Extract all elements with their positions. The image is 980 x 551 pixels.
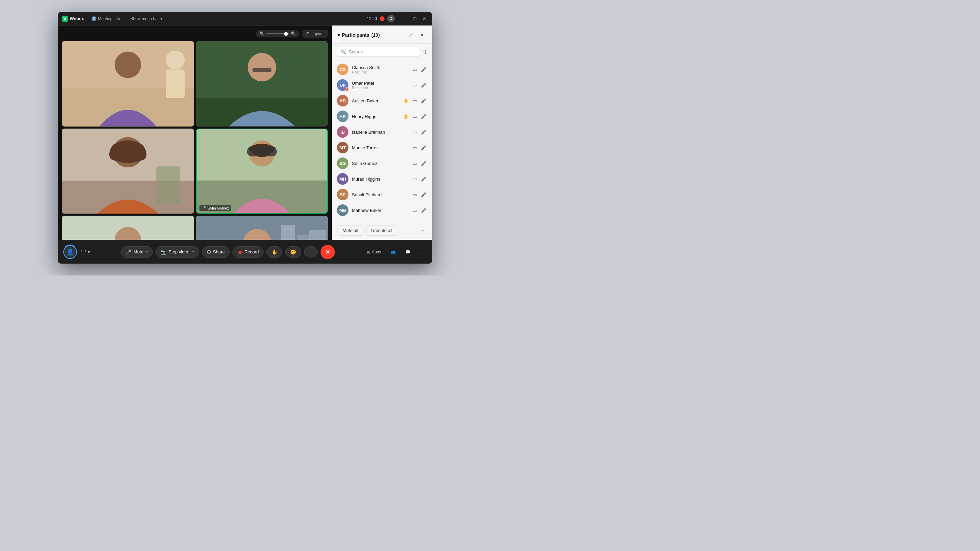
stop-video-button[interactable]: 📷 Stop video ▾ — [156, 246, 199, 258]
share-button[interactable]: ⬡ Share — [202, 246, 230, 258]
mic-muted-icon[interactable]: 🎤 — [420, 207, 427, 214]
video-icon[interactable]: ▭ — [412, 66, 418, 73]
video-icon[interactable]: ▭ — [412, 160, 418, 167]
close-panel-button[interactable]: ✕ — [417, 30, 427, 40]
reactions-button[interactable]: ✋ — [266, 246, 282, 258]
participant-name: Clarissa Smith — [352, 65, 408, 70]
participants-button[interactable]: 👥 — [387, 248, 399, 256]
control-bar: 👤 ⬚ ▾ 🎤 Mute ▾ 📷 Stop video ▾ ⬡ Share — [58, 240, 432, 264]
mute-icon: 🎤 — [126, 249, 131, 255]
participant-name: Austen Baker — [352, 98, 399, 103]
video-cell-4: 🎤 Sofia Gomez — [196, 129, 328, 214]
record-label: Record — [244, 249, 259, 254]
chat-icon: 💬 — [405, 250, 410, 254]
svg-rect-3 — [166, 70, 185, 98]
minimize-button[interactable]: ─ — [401, 15, 409, 22]
more-right-icon: ... — [420, 250, 423, 254]
mic-muted-icon[interactable]: 🎤 — [420, 97, 427, 105]
sort-button[interactable]: ⇅ — [420, 47, 430, 57]
video-icon[interactable]: ▭ — [412, 191, 418, 198]
mic-muted-icon[interactable]: 🎤 — [420, 129, 427, 136]
zoom-control[interactable]: 🔍 🔍 — [256, 30, 299, 37]
search-box[interactable]: 🔍 — [337, 47, 420, 57]
layout-label: Layout — [311, 31, 324, 36]
participant-name: Marise Torres — [352, 145, 408, 150]
video-toolbar: 🔍 🔍 ⊞ Layout — [62, 30, 328, 38]
mic-icon[interactable]: 🎤 — [420, 160, 427, 167]
participants-title: Participants — [342, 32, 369, 38]
record-button[interactable]: ⏺ Record — [232, 246, 264, 258]
participant-info-marise: Marise Torres — [352, 145, 408, 150]
video-icon[interactable]: ▭ — [412, 113, 418, 120]
participant-row[interactable]: MB Matthew Baker ▭ 🎤 — [332, 202, 432, 218]
participant-controls: ▭ 🎤 — [412, 191, 427, 198]
captions-icon: ⬚ — [81, 249, 86, 255]
maximize-button[interactable]: □ — [411, 15, 418, 22]
participant-row[interactable]: SP Sonali Pitchard ▭ 🎤 — [332, 187, 432, 202]
title-bar-left: W Webex 🔒 Meeting info Show menu bar ▾ — [62, 15, 165, 22]
participant-row[interactable]: UP P Umar Patel Presenter ▭ 🎤 — [332, 77, 432, 93]
video-icon[interactable]: ▭ — [412, 144, 418, 151]
avatar-matthew: MB — [337, 205, 348, 216]
mic-muted-icon[interactable]: 🎤 — [420, 144, 427, 151]
captions-button[interactable]: ⬚ ▾ — [79, 247, 92, 256]
zoom-in-icon: 🔍 — [291, 31, 296, 36]
panel-title: ▾ Participants (10) — [337, 32, 406, 38]
more-right-button[interactable]: ... — [417, 248, 427, 256]
participant-row[interactable]: MT Marise Torres ▭ 🎤 — [332, 140, 432, 156]
title-menu-button[interactable]: ⊙ — [387, 15, 395, 22]
video-area: 🔍 🔍 ⊞ Layout — [58, 25, 332, 240]
mic-icon[interactable]: 🎤 — [420, 82, 427, 89]
more-button[interactable]: ... — [304, 246, 318, 257]
video-icon[interactable]: ▭ — [412, 176, 418, 183]
hand-icon[interactable]: ✋ — [402, 113, 410, 120]
svg-rect-24 — [298, 235, 309, 240]
hand-icon[interactable]: ✋ — [402, 97, 410, 105]
participant-row[interactable]: HR Henry Riggs ✋ ▭ 🎤 — [332, 108, 432, 124]
participant-row[interactable]: IB Isabella Brennan ▭ 🎤 — [332, 124, 432, 140]
search-input[interactable] — [349, 49, 416, 54]
participant-name: Sonali Pitchard — [352, 192, 408, 197]
participant-info-sofia: Sofia Gomez — [352, 161, 408, 166]
video-icon[interactable]: ▭ — [412, 97, 418, 105]
mute-all-button[interactable]: Mute all — [337, 225, 363, 236]
meeting-info-button[interactable]: 🔒 Meeting info — [89, 15, 123, 22]
share-label: Share — [213, 249, 225, 254]
participant-info-clarissa: Clarissa Smith Host, me — [352, 65, 408, 74]
close-button[interactable]: ✕ — [421, 15, 428, 22]
unmute-all-button[interactable]: Unmute all — [366, 225, 398, 236]
video-icon[interactable]: ▭ — [412, 207, 418, 214]
zoom-slider[interactable] — [266, 33, 290, 34]
shield-icon: 🔒 — [92, 16, 96, 21]
avatar-sofia: SG — [337, 157, 348, 169]
video-person-5 — [62, 216, 194, 240]
mute-button[interactable]: 🎤 Mute ▾ — [121, 246, 153, 258]
self-avatar[interactable]: 👤 — [63, 245, 77, 259]
more-options-button[interactable]: ··· — [418, 226, 427, 235]
record-icon: ⏺ — [237, 249, 242, 255]
mic-muted-icon[interactable]: 🎤 — [420, 176, 427, 183]
participant-row[interactable]: CS Clarissa Smith Host, me ▭ 🎤 — [332, 62, 432, 77]
popout-button[interactable]: ⤢ — [406, 30, 415, 40]
mic-muted-icon[interactable]: 🎤 — [420, 191, 427, 198]
participant-controls: ✋ ▭ 🎤 — [402, 113, 427, 120]
emoji-button[interactable]: 😊 — [285, 246, 301, 258]
end-call-button[interactable]: ✕ — [321, 245, 335, 259]
video-cell-1 — [62, 41, 194, 127]
participant-row[interactable]: AB Austen Baker ✋ ▭ 🎤 — [332, 93, 432, 108]
title-bar-right: 12:40 ⊙ ─ □ ✕ — [367, 15, 428, 22]
chat-button[interactable]: 💬 — [402, 248, 414, 256]
participant-row[interactable]: MH Murad Higgins ▭ 🎤 — [332, 171, 432, 187]
video-icon[interactable]: ▭ — [412, 129, 418, 136]
mic-icon[interactable]: 🎤 — [420, 66, 427, 73]
participant-row[interactable]: SG Sofia Gomez ▭ 🎤 — [332, 156, 432, 171]
apps-button[interactable]: ⊞ Apps — [363, 248, 385, 256]
participant-controls: ▭ 🎤 — [412, 144, 427, 151]
video-grid: 🎤 Sofia Gomez 🎤 — [62, 41, 328, 240]
show-menu-button[interactable]: Show menu bar ▾ — [127, 15, 165, 22]
participant-info-matthew: Matthew Baker — [352, 208, 408, 213]
layout-button[interactable]: ⊞ Layout — [302, 30, 328, 38]
mic-muted-icon[interactable]: 🎤 — [420, 113, 427, 120]
center-controls: 🎤 Mute ▾ 📷 Stop video ▾ ⬡ Share ⏺ Record… — [121, 245, 335, 259]
video-icon[interactable]: ▭ — [412, 82, 418, 89]
